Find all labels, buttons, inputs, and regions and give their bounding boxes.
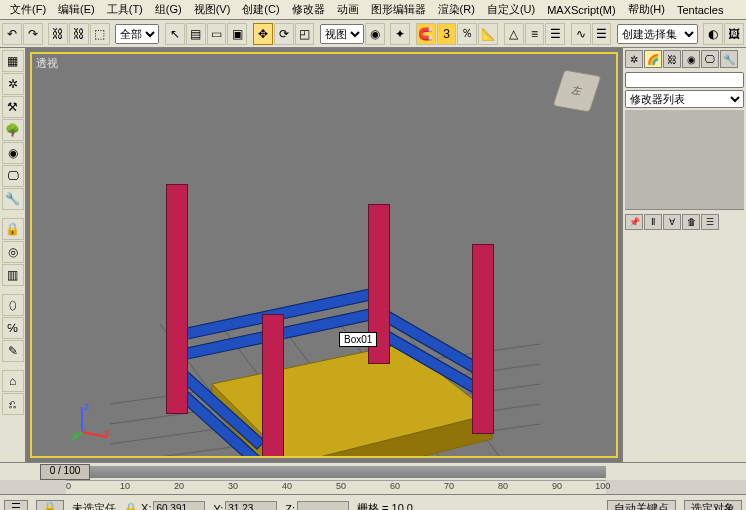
menu-maxscript[interactable]: MAXScript(M) (541, 2, 621, 18)
x-label: 🔒 X: (124, 502, 151, 510)
remove-modifier-button[interactable]: 🗑 (682, 214, 700, 230)
pin-stack-button[interactable]: 📌 (625, 214, 643, 230)
object-name-label: Box01 (339, 332, 377, 347)
misc-tool-5[interactable]: ⎌ (2, 393, 24, 415)
menu-animation[interactable]: 动画 (331, 0, 365, 19)
menu-help[interactable]: 帮助(H) (622, 0, 671, 19)
menu-file[interactable]: 文件(F) (4, 0, 52, 19)
auto-key-button[interactable]: 自动关键点 (607, 500, 676, 511)
svg-text:z: z (84, 402, 90, 412)
display-tab[interactable]: 🖵 (2, 165, 24, 187)
show-end-result-button[interactable]: Ⅱ (644, 214, 662, 230)
menu-create[interactable]: 创建(C) (236, 0, 285, 19)
ref-coord-system[interactable]: 视图 (320, 24, 364, 44)
snap-toggle[interactable]: 🧲 (416, 23, 436, 45)
time-slider-track[interactable]: 0 / 100 (40, 466, 606, 478)
tab-panel-button[interactable]: ▦ (2, 50, 24, 72)
misc-tool-1[interactable]: ⬯ (2, 294, 24, 316)
motion-tab[interactable]: ◉ (2, 142, 24, 164)
selection-floater-button[interactable]: ▥ (2, 264, 24, 286)
y-coord-field[interactable] (225, 501, 277, 511)
angle-snap-toggle[interactable]: 3 (437, 23, 457, 45)
utilities-tab[interactable]: 🔧 (2, 188, 24, 210)
move-button[interactable]: ✥ (253, 23, 273, 45)
menu-tools[interactable]: 工具(T) (101, 0, 149, 19)
post-front-left (262, 314, 284, 458)
percent-snap-toggle[interactable]: ％ (457, 23, 477, 45)
rotate-button[interactable]: ⟳ (274, 23, 294, 45)
misc-tool-4[interactable]: ⌂ (2, 370, 24, 392)
unlink-button[interactable]: ⛓ (69, 23, 89, 45)
utilities-panel-tab[interactable]: 🔧 (720, 50, 738, 68)
set-key-filters-button[interactable]: 选定对象 (684, 500, 742, 511)
svg-text:y: y (72, 428, 78, 440)
undo-button[interactable]: ↶ (2, 23, 22, 45)
scene-model (122, 174, 522, 458)
misc-tool-2[interactable]: ℅ (2, 317, 24, 339)
create-tab[interactable]: ✲ (2, 73, 24, 95)
align-button[interactable]: ≡ (525, 23, 545, 45)
command-panel: ✲ 🌈 ⛓ ◉ 🖵 🔧 修改器列表 📌 Ⅱ ∀ 🗑 ☰ (622, 48, 746, 462)
z-coord-field[interactable] (297, 501, 349, 511)
selection-status: 未选定任 (72, 501, 116, 510)
menu-modifiers[interactable]: 修改器 (286, 0, 331, 19)
link-button[interactable]: ⛓ (48, 23, 68, 45)
axis-tripod: z x y (72, 402, 112, 442)
x-coord-field[interactable] (153, 501, 205, 511)
lock-selection-toggle[interactable]: 🔒 (36, 500, 64, 511)
menu-edit[interactable]: 编辑(E) (52, 0, 101, 19)
time-slider-bar: 0 / 100 0 / 100 (0, 462, 746, 480)
make-unique-button[interactable]: ∀ (663, 214, 681, 230)
menu-customize[interactable]: 自定义(U) (481, 0, 541, 19)
menu-views[interactable]: 视图(V) (188, 0, 237, 19)
modify-tab[interactable]: ⚒ (2, 96, 24, 118)
post-front-right (472, 244, 494, 434)
time-slider-thumb[interactable]: 0 / 100 (40, 464, 90, 480)
select-region-button[interactable]: ▭ (207, 23, 227, 45)
curve-editor-button[interactable]: ∿ (571, 23, 591, 45)
status-bar: ☰ 🔒 未选定任 🔒 X: Y: Z: 栅格 = 10.0 自动关键点 选定对象 (0, 494, 746, 510)
view-cube[interactable]: 左 (552, 69, 601, 112)
menu-tentacles[interactable]: Tentacles (671, 2, 729, 18)
svg-text:x: x (104, 426, 110, 438)
hierarchy-tab[interactable]: 🌳 (2, 119, 24, 141)
post-back-left (166, 184, 188, 414)
grid-readout: 栅格 = 10.0 (357, 501, 413, 510)
window-crossing-button[interactable]: ▣ (227, 23, 247, 45)
motion-panel-tab[interactable]: ◉ (682, 50, 700, 68)
modify-panel-tab[interactable]: 🌈 (644, 50, 662, 68)
y-label: Y: (213, 503, 223, 511)
redo-button[interactable]: ↷ (23, 23, 43, 45)
create-panel-tab[interactable]: ✲ (625, 50, 643, 68)
material-editor-button[interactable]: ◐ (703, 23, 723, 45)
render-setup-button[interactable]: 🖼 (724, 23, 744, 45)
schematic-view-button[interactable]: ☰ (592, 23, 612, 45)
object-name-field[interactable] (625, 72, 744, 88)
lock-selection-button[interactable]: 🔒 (2, 218, 24, 240)
script-listener-button[interactable]: ☰ (4, 500, 28, 511)
menu-graph-editors[interactable]: 图形编辑器 (365, 0, 432, 19)
use-center-button[interactable]: ◉ (365, 23, 385, 45)
layers-button[interactable]: ☰ (545, 23, 565, 45)
menu-rendering[interactable]: 渲染(R) (432, 0, 481, 19)
hierarchy-panel-tab[interactable]: ⛓ (663, 50, 681, 68)
bind-spacewarp-button[interactable]: ⬚ (90, 23, 110, 45)
select-by-name-button[interactable]: ▤ (186, 23, 206, 45)
modifier-list[interactable]: 修改器列表 (625, 90, 744, 108)
selection-filter[interactable]: 全部 (115, 24, 159, 44)
display-panel-tab[interactable]: 🖵 (701, 50, 719, 68)
misc-tool-3[interactable]: ✎ (2, 340, 24, 362)
menu-group[interactable]: 组(G) (149, 0, 188, 19)
select-button[interactable]: ↖ (165, 23, 185, 45)
timeline-ticks: 0 10 20 30 40 50 60 70 80 90 100 (66, 480, 606, 494)
perspective-viewport[interactable]: 透视 左 (30, 52, 618, 458)
scale-button[interactable]: ◰ (295, 23, 315, 45)
main-toolbar: ↶ ↷ ⛓ ⛓ ⬚ 全部 ↖ ▤ ▭ ▣ ✥ ⟳ ◰ 视图 ◉ ✦ 🧲 3 ％ … (0, 20, 746, 48)
configure-sets-button[interactable]: ☰ (701, 214, 719, 230)
select-manipulate-button[interactable]: ✦ (390, 23, 410, 45)
modifier-stack[interactable] (625, 110, 744, 210)
named-selection-sets[interactable]: 创建选择集 (617, 24, 698, 44)
isolate-button[interactable]: ◎ (2, 241, 24, 263)
mirror-button[interactable]: △ (504, 23, 524, 45)
spinner-snap-toggle[interactable]: 📐 (478, 23, 498, 45)
